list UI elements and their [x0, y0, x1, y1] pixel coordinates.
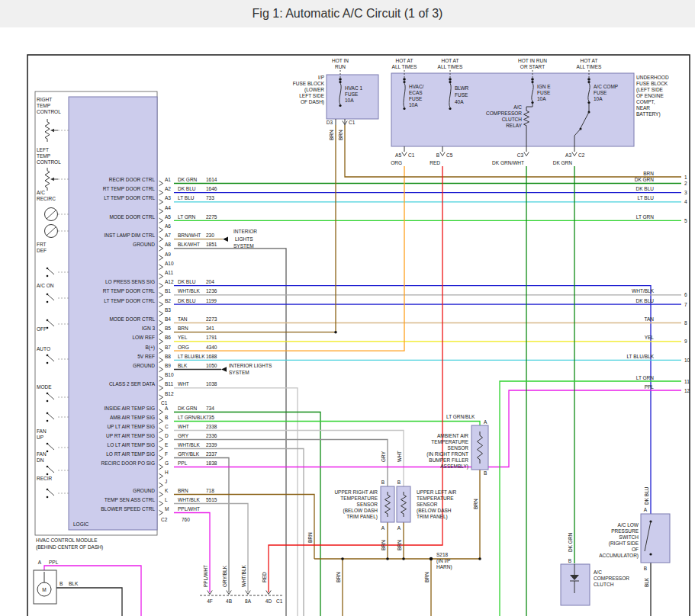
fuse-label: 10A: [537, 96, 546, 101]
sensor-label: TEMPERATURE: [431, 439, 468, 444]
module-name: HVAC CONTROL MODULE: [36, 537, 98, 543]
wire-color-label: WHT/BLK: [178, 497, 201, 502]
block-location-label: (LOWER: [304, 87, 324, 93]
circuit-number: 2273: [206, 316, 217, 322]
circuit-number: 1646: [206, 186, 217, 191]
pin-id: D: [165, 433, 169, 438]
pin-bracket: [159, 358, 163, 362]
fuse-label: 40A: [455, 99, 464, 104]
block-location-label: COMPT,: [636, 99, 655, 104]
junction-dot: [47, 301, 49, 303]
pin-id: A7: [165, 233, 171, 238]
switch-icon: [47, 444, 54, 450]
circuit-number: 204: [206, 279, 214, 284]
pin-function-label: RT TEMP DOOR CTRL: [103, 288, 156, 294]
fuse-label: 10A: [345, 98, 354, 103]
wire-color-label: RED: [262, 572, 267, 582]
block-location-label: FUSE BLOCK: [293, 81, 325, 86]
wire-color-label: PPL: [49, 560, 59, 565]
sensor-label: TEMPERATURE: [340, 496, 378, 501]
pin-function-label: B(+): [146, 345, 155, 351]
wire-color-label: LT BLU: [178, 195, 195, 201]
control-label: RECIRC: [37, 196, 56, 201]
pin-id: B: [381, 480, 385, 485]
wire-color-label: WHT: [178, 424, 189, 429]
pin-function-label: BLOWER SPEED CTRL: [101, 506, 155, 512]
junction-dot: [449, 78, 452, 81]
circuit-number: 1236: [206, 288, 217, 294]
switch-icon: [47, 355, 54, 361]
junction-dot: [587, 101, 590, 104]
sensor-label: UPPER RIGHT AIR: [334, 489, 378, 495]
wire-color-label: LT GRN/BLK: [446, 414, 475, 419]
pin-bracket: [159, 237, 163, 242]
pin-bracket: [159, 419, 163, 423]
text-label: INTERIOR: [233, 229, 257, 234]
arrow: [50, 178, 54, 181]
pin-id: M: [165, 506, 169, 512]
wire: [47, 227, 56, 236]
switch-icon: [47, 320, 54, 326]
pin-id: A3: [165, 195, 171, 201]
power-feed-label: RUN: [335, 64, 346, 69]
circuit-number: 1614: [206, 177, 217, 182]
power-feed-label: HOT AT: [396, 58, 413, 63]
wire-color-label: DK GRN: [178, 177, 198, 182]
pin-function-label: UP RT AIR TEMP SIG: [106, 433, 155, 438]
junction-dot: [339, 81, 341, 83]
pin-id: A6: [165, 223, 171, 229]
sensor-label: (BELOW DASH: [343, 508, 378, 514]
edge-wire-label: WHT/BLK: [632, 288, 655, 294]
junction-dot: [47, 362, 49, 364]
pin-id: A9: [165, 252, 171, 257]
wire-color-label: BLK/WHT: [178, 242, 200, 247]
pin-bracket: [159, 200, 163, 204]
fuse-label: HVAC 1: [345, 85, 362, 91]
pin-function-label: UP LT AIR TEMP SIG: [107, 424, 155, 429]
ac-compressor-clutch: [561, 564, 590, 605]
motor-label: M: [42, 587, 46, 592]
wire-color-label: BRN: [336, 572, 341, 582]
fuse-label: IGN E: [537, 84, 551, 89]
pin-bracket: [159, 455, 163, 460]
pin-id: B: [397, 480, 401, 485]
circuit-diagram: LOGICHVAC CONTROL MODULE(BEHIND CENTER O…: [0, 0, 695, 616]
control-label: FAN: [37, 451, 47, 457]
fuse-label: FUSE: [409, 96, 423, 101]
pin-id: K: [165, 488, 169, 493]
pin-id: 8A: [245, 598, 252, 604]
component-label: (RIGHT SIDE: [609, 541, 639, 547]
component-label: A/C: [594, 569, 602, 575]
component-label: A/C LOW: [618, 522, 639, 528]
edge-wire-label: TAN: [644, 316, 654, 322]
pin-id: A: [484, 419, 487, 425]
circuit-number: 2339: [206, 442, 217, 448]
junction-dot: [649, 553, 652, 555]
pin-id: B3: [165, 307, 171, 313]
connector-id: C2: [161, 517, 168, 522]
wire-color-label: BRN: [178, 326, 188, 331]
fuse-label: A/C COMP: [594, 84, 618, 89]
control-label: RECIR: [37, 476, 53, 481]
text-label: INTERIOR LIGHTS: [229, 363, 272, 368]
pin-id: B6: [165, 335, 171, 340]
junction-dot: [402, 557, 405, 560]
pin-id: B: [568, 558, 571, 563]
pin-id: A: [165, 406, 169, 411]
wire-color-label: BRN: [424, 572, 430, 582]
control-label: A/C: [37, 190, 45, 195]
page-connector-number: 5: [684, 218, 687, 223]
pin-id: D3: [327, 120, 333, 125]
control-label: UP: [37, 435, 43, 440]
pin-id: B11: [165, 381, 173, 387]
splice-label: S218: [436, 552, 449, 557]
junction-dot: [403, 81, 405, 83]
pin-id: B: [165, 415, 168, 420]
fuse-label: FUSE: [537, 90, 551, 95]
junction-dot: [47, 473, 49, 476]
edge-wire-label: LT GRN: [636, 214, 655, 220]
switch-icon: [47, 294, 54, 300]
wire-color-label: DK GRN: [178, 406, 198, 411]
pin-id: A12: [165, 279, 174, 284]
pin-id: 4B: [226, 598, 232, 604]
